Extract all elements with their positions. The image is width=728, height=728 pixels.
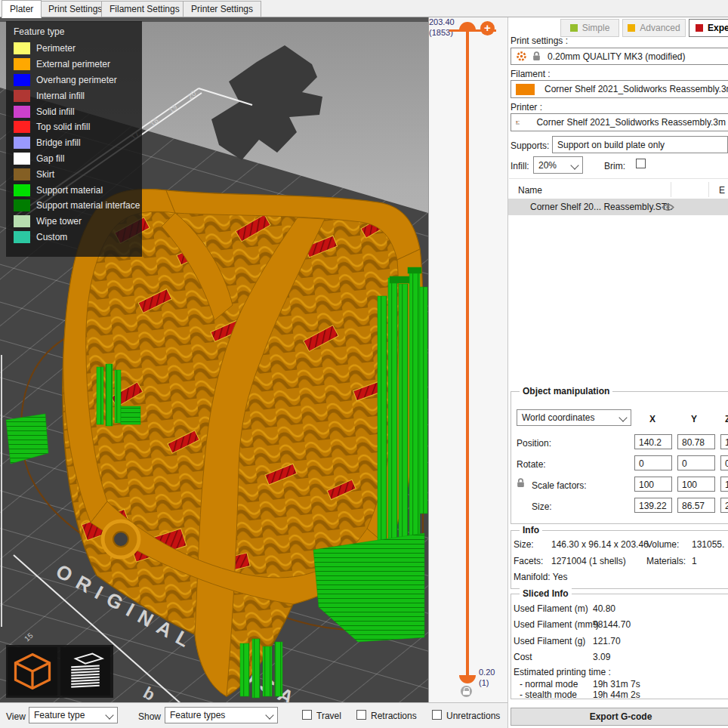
axis-x-header: X xyxy=(649,414,656,424)
filament-label: Filament : xyxy=(511,69,551,79)
info-title: Info xyxy=(520,525,542,535)
legend-swatch xyxy=(14,106,30,118)
info-facets-label: Facets: xyxy=(514,556,543,566)
brim-checkbox[interactable] xyxy=(636,159,646,168)
info-manifold: Manifold: Yes xyxy=(514,572,567,582)
eye-icon[interactable] xyxy=(662,203,674,211)
rotate-y-input[interactable]: 0 xyxy=(677,455,715,470)
position-z-input[interactable]: 10 xyxy=(720,434,728,449)
simple-mode-icon xyxy=(570,24,578,32)
scale-label: Scale factors: xyxy=(532,480,587,491)
slider-top-value: 203.40 xyxy=(429,17,455,26)
mode-simple-button[interactable]: Simple xyxy=(560,19,619,37)
legend-swatch xyxy=(14,215,30,227)
legend-swatch xyxy=(14,184,30,196)
main-tab-bar: Plater Print Settings Filament Settings … xyxy=(0,0,728,17)
printer-combo[interactable]: Corner Shelf 2021_Solidworks Reassembly.… xyxy=(511,113,728,131)
scale-z-input[interactable]: 10 xyxy=(720,477,728,492)
stealth-mode-label: - stealth mode xyxy=(520,689,577,700)
position-x-input[interactable]: 140.2 xyxy=(634,434,672,449)
legend-swatch xyxy=(14,168,30,180)
legend-swatch xyxy=(14,42,30,54)
rotate-x-input[interactable]: 0 xyxy=(634,455,672,470)
show-combo[interactable]: Feature types xyxy=(165,707,278,723)
slider-bottom-layer: (1) xyxy=(479,678,489,687)
print-settings-combo[interactable]: 0.20mm QUALITY MK3 (modified) xyxy=(511,48,728,65)
feature-type-legend: Feature type Perimeter External perimete… xyxy=(6,21,142,257)
view-mode-buttons xyxy=(6,645,113,698)
travel-checkbox[interactable] xyxy=(302,710,312,720)
info-size-label: Size: xyxy=(514,539,534,550)
legend-swatch xyxy=(14,90,30,102)
supports-combo[interactable]: Support on build plate only xyxy=(552,136,728,153)
unretractions-checkbox[interactable] xyxy=(432,710,442,720)
size-label: Size: xyxy=(532,501,552,512)
legend-swatch xyxy=(14,74,30,86)
retractions-checkbox[interactable] xyxy=(356,710,366,720)
print-settings-label: Print settings : xyxy=(511,35,568,46)
cube-icon xyxy=(10,649,55,694)
layers-preview-button[interactable] xyxy=(60,647,110,696)
chevron-down-icon xyxy=(618,413,627,421)
used-filament-mm3-label: Used Filament (mm³) xyxy=(514,619,599,630)
table-name-header[interactable]: Name xyxy=(518,185,542,196)
tab-printer-settings[interactable]: Printer Settings xyxy=(183,1,261,17)
table-editing-header[interactable]: E xyxy=(719,185,725,196)
slider-lock-icon[interactable] xyxy=(461,686,472,697)
legend-item: Support material interface xyxy=(14,198,142,214)
scale-x-input[interactable]: 100 xyxy=(634,477,672,492)
tab-print-settings[interactable]: Print Settings xyxy=(40,1,110,17)
slider-track[interactable] xyxy=(466,30,469,676)
position-y-input[interactable]: 80.78 xyxy=(677,434,715,449)
retractions-label: Retractions xyxy=(371,711,417,721)
chevron-down-icon xyxy=(265,711,273,719)
scale-lock-icon[interactable] xyxy=(517,478,525,488)
export-gcode-button[interactable]: Export G-code xyxy=(511,708,728,726)
used-filament-m-label: Used Filament (m) xyxy=(514,603,588,614)
axis-z-header: Z xyxy=(725,414,728,424)
cost-label: Cost xyxy=(514,652,532,662)
tab-filament-settings[interactable]: Filament Settings xyxy=(101,1,188,17)
size-z-input[interactable]: 20 xyxy=(720,498,728,513)
slider-bottom-value: 0.20 xyxy=(479,668,495,677)
legend-swatch xyxy=(14,231,30,243)
mode-expert-button[interactable]: Expert xyxy=(689,19,728,37)
legend-item: Bridge infill xyxy=(14,135,142,151)
unretractions-label: Unretractions xyxy=(446,711,500,721)
mode-advanced-button[interactable]: Advanced xyxy=(622,19,686,37)
info-materials-label: Materials: xyxy=(646,556,686,566)
printing-time-label: Estimated printing time : xyxy=(514,667,611,677)
screw-hole xyxy=(113,532,128,547)
object-name[interactable]: Corner Shelf 20... Reassembly.STL xyxy=(530,202,672,212)
size-y-input[interactable]: 86.57 xyxy=(677,498,715,513)
infill-combo[interactable]: 20% xyxy=(533,156,583,174)
info-volume-label: Volume: xyxy=(646,539,679,550)
advanced-mode-icon xyxy=(628,24,635,32)
position-label: Position: xyxy=(517,438,551,449)
coordinates-combo[interactable]: World coordinates xyxy=(517,409,631,426)
legend-item: Skirt xyxy=(14,166,142,182)
table-column-divider xyxy=(708,182,709,197)
size-x-input[interactable]: 139.22 xyxy=(634,498,672,513)
tab-plater[interactable]: Plater xyxy=(2,0,42,18)
used-filament-m-value: 40.80 xyxy=(593,603,615,614)
add-color-change-button[interactable]: + xyxy=(480,21,495,35)
normal-mode-time: 19h 31m 7s xyxy=(593,679,640,689)
view-label: View xyxy=(6,711,26,722)
used-filament-g-label: Used Filament (g) xyxy=(514,636,585,646)
filament-color-swatch xyxy=(516,84,535,95)
axis-y-header: Y xyxy=(691,414,697,424)
rotate-z-input[interactable]: 0 xyxy=(720,455,728,470)
prusaslicer-window: { "tabs": {"plater":"Plater","print":"Pr… xyxy=(0,0,728,728)
3d-editor-view-button[interactable] xyxy=(8,647,57,696)
legend-swatch xyxy=(14,137,30,149)
legend-title: Feature type xyxy=(14,26,142,37)
legend-item: Gap fill xyxy=(14,151,142,167)
gear-icon xyxy=(516,51,527,62)
filament-combo[interactable]: Corner Shelf 2021_Solidworks Reassembly.… xyxy=(511,80,728,98)
supports-label: Supports: xyxy=(511,140,549,151)
travel-label: Travel xyxy=(316,711,341,721)
stealth-mode-time: 19h 44m 2s xyxy=(593,689,640,700)
view-combo[interactable]: Feature type xyxy=(29,707,118,723)
scale-y-input[interactable]: 100 xyxy=(677,477,715,492)
